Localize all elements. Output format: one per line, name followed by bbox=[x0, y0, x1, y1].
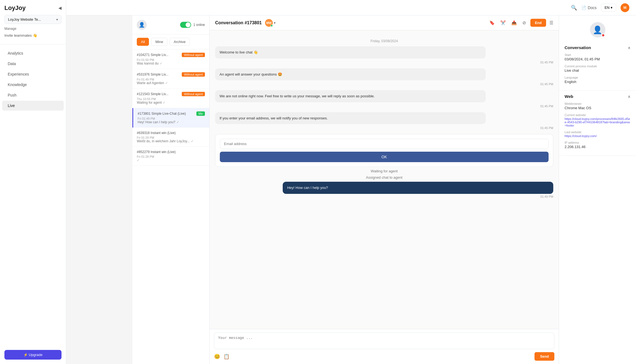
manage-link[interactable]: Manage bbox=[4, 26, 62, 31]
main-content: 👤 1 online All Mine Archive #104271 Simp… bbox=[132, 15, 636, 364]
sidebar-header: LoyJoy ◀ LoyJoy Website Te... ▾ Manage I… bbox=[0, 0, 66, 44]
date-divider: Friday, 03/08/2024 bbox=[215, 39, 553, 43]
docs-link[interactable]: 📄 Docs bbox=[581, 6, 597, 10]
filter-tab-mine[interactable]: Mine bbox=[151, 38, 167, 46]
web-section: Web ∧ Webbrowser Chrome Mac OS Current w… bbox=[559, 91, 636, 156]
conv-badge: Without agent bbox=[182, 53, 205, 57]
language-selector[interactable]: EN ▾ bbox=[601, 4, 616, 12]
chat-messages: Friday, 03/08/2024 Welcome to live chat … bbox=[210, 30, 559, 329]
conv-id: #104271 Simple Liv... bbox=[137, 53, 169, 57]
ip-label: IP address bbox=[565, 141, 630, 144]
last-website-value[interactable]: https://cloud.loyjoy.com/ bbox=[565, 134, 630, 138]
conversation-item[interactable]: #173801 Simple Live-Chat (Live)MeFri 01:… bbox=[132, 108, 209, 128]
conversation-item[interactable]: #852279 Instant win (Live)Fri 01:28 PM✓ bbox=[132, 147, 209, 166]
check-icon: ✓ bbox=[163, 101, 165, 105]
user-initials: MW bbox=[266, 21, 272, 25]
web-section-header[interactable]: Web ∧ bbox=[565, 94, 630, 99]
send-button[interactable]: Send bbox=[535, 352, 554, 361]
message-input[interactable] bbox=[214, 333, 554, 349]
chevron-down-icon: ▾ bbox=[56, 18, 58, 22]
invite-teammates-link[interactable]: Invite teammates 👋 bbox=[4, 31, 62, 40]
sidebar-item-data[interactable]: Data bbox=[2, 59, 64, 69]
upload-icon[interactable]: 📤 bbox=[510, 19, 518, 26]
attachment-icon[interactable]: 📋 bbox=[223, 354, 229, 360]
toggle-knob bbox=[186, 22, 191, 27]
block-icon[interactable]: ⊘ bbox=[521, 19, 527, 26]
expand-icon[interactable]: ☰ bbox=[549, 20, 553, 25]
online-toggle-switch[interactable] bbox=[180, 22, 191, 28]
user-status-dot bbox=[271, 25, 273, 27]
nav-items: AnalyticsDataExperiencesKnowledgePushLiv… bbox=[0, 44, 66, 346]
agent-message-bubble: Hey! How can I help you? bbox=[283, 182, 553, 194]
message-text: Welcome to live chat 👋 bbox=[220, 50, 481, 55]
conv-time: Fri 01:50 PM bbox=[137, 58, 205, 61]
conv-time: Thu 10:55 PM bbox=[137, 97, 205, 101]
message-time: 01:45 PM bbox=[215, 82, 553, 86]
panel-user: 👤 bbox=[559, 15, 636, 42]
message-text: An agent will answer your questions 🤩 bbox=[220, 72, 481, 77]
message-text: If you enter your email address, we will… bbox=[220, 116, 481, 121]
conv-time: Fri 01:49 PM bbox=[137, 78, 205, 81]
assign-icon[interactable]: ✂️ bbox=[499, 19, 507, 26]
conv-preview: ✓ bbox=[137, 158, 205, 162]
check-icon: ✓ bbox=[137, 158, 140, 162]
conversation-section-header[interactable]: Conversation ∧ bbox=[565, 45, 630, 50]
panel-status-dot bbox=[602, 34, 605, 37]
search-icon[interactable]: 🔍 bbox=[571, 5, 577, 11]
chat-header: Conversation #173801 MW ▾ 🔖 ✂️ 📤 ⊘ End ☰ bbox=[210, 15, 559, 30]
sidebar-item-push[interactable]: Push bbox=[2, 90, 64, 100]
conversation-item[interactable]: #531976 Simple Liv...Without agentFri 01… bbox=[132, 69, 209, 89]
agent-message-time: 01:49 PM bbox=[215, 195, 553, 198]
conv-badge: Without agent bbox=[182, 72, 205, 77]
web-section-title: Web bbox=[565, 94, 573, 99]
email-form: OK bbox=[215, 134, 553, 167]
lang-label: EN bbox=[605, 6, 610, 10]
ok-button[interactable]: OK bbox=[220, 152, 549, 162]
conv-id: #173801 Simple Live-Chat (Live) bbox=[138, 112, 186, 116]
language-label: Language bbox=[565, 76, 630, 79]
collapse-icon[interactable]: ◀ bbox=[58, 6, 62, 10]
message-bubble: Welcome to live chat 👋 bbox=[215, 46, 486, 58]
bookmark-icon[interactable]: 🔖 bbox=[488, 19, 496, 26]
ip-value: 2.206.131.46 bbox=[565, 145, 630, 149]
message-bubble: We are not online right now. Feel free t… bbox=[215, 90, 486, 102]
browser-label: Webbrowser bbox=[565, 102, 630, 105]
browser-row: Webbrowser Chrome Mac OS bbox=[565, 102, 630, 110]
user-avatar-small: MW bbox=[265, 19, 273, 27]
conv-time: Fri 01:49 PM bbox=[138, 117, 205, 120]
chevron-down-icon[interactable]: ▾ bbox=[274, 21, 276, 25]
end-button[interactable]: End bbox=[530, 19, 546, 27]
email-input[interactable] bbox=[220, 139, 549, 149]
chat-area: Conversation #173801 MW ▾ 🔖 ✂️ 📤 ⊘ End ☰… bbox=[210, 15, 559, 364]
conversation-items: #104271 Simple Liv...Without agentFri 01… bbox=[132, 49, 209, 364]
check-icon: ✓ bbox=[165, 81, 168, 85]
filter-tab-all[interactable]: All bbox=[137, 38, 149, 46]
conversation-item[interactable]: #104271 Simple Liv...Without agentFri 01… bbox=[132, 49, 209, 69]
conversation-item[interactable]: #121543 Simple Liv...Without agentThu 10… bbox=[132, 89, 209, 108]
sidebar-item-experiences[interactable]: Experiences bbox=[2, 69, 64, 79]
current-website-value[interactable]: https://cloud.loyjoy.com/processes/84fe2… bbox=[565, 117, 630, 127]
last-website-row: Last website https://cloud.loyjoy.com/ bbox=[565, 130, 630, 138]
chevron-down-icon: ▾ bbox=[611, 6, 613, 10]
chat-actions: 🔖 ✂️ 📤 ⊘ End ☰ bbox=[488, 19, 553, 27]
workspace-selector[interactable]: LoyJoy Website Te... ▾ bbox=[4, 15, 62, 24]
user-avatar[interactable]: M bbox=[621, 3, 629, 12]
message-time: 01:45 PM bbox=[215, 105, 553, 108]
upgrade-button[interactable]: ⚡ Upgrade bbox=[4, 350, 62, 360]
emoji-icon[interactable]: 😊 bbox=[214, 354, 220, 360]
conversation-item[interactable]: #639318 Instant win (Live)Fri 01:29 PMWe… bbox=[132, 128, 209, 147]
conversation-section-title: Conversation bbox=[565, 45, 591, 50]
last-website-label: Last website bbox=[565, 130, 630, 134]
topbar: 🔍 📄 Docs EN ▾ M bbox=[66, 0, 636, 15]
filter-tabs: All Mine Archive bbox=[132, 34, 209, 49]
ip-row: IP address 2.206.131.46 bbox=[565, 141, 630, 149]
sidebar-item-live[interactable]: Live bbox=[2, 101, 64, 111]
online-count: 1 online bbox=[193, 23, 205, 27]
conv-badge: Me bbox=[196, 111, 205, 116]
sidebar-footer: ⚡ Upgrade bbox=[0, 346, 66, 364]
sidebar-item-knowledge[interactable]: Knowledge bbox=[2, 80, 64, 90]
filter-tab-archive[interactable]: Archive bbox=[170, 38, 190, 46]
docs-label: Docs bbox=[588, 6, 597, 10]
sidebar-item-analytics[interactable]: Analytics bbox=[2, 48, 64, 58]
conversation-section: Conversation ∧ Start 03/08/2024, 01:45 P… bbox=[559, 42, 636, 91]
